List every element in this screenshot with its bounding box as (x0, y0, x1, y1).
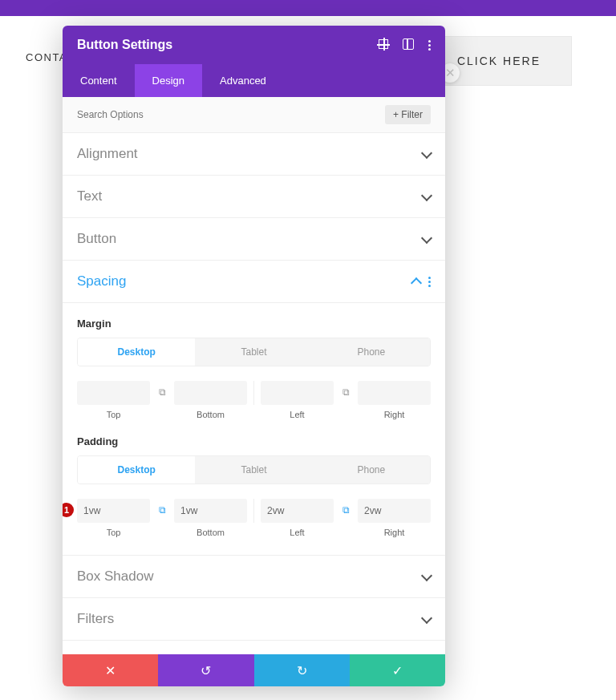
chevron-down-icon (421, 569, 432, 581)
section-title: Filters (77, 611, 114, 627)
dir-label-bottom: Bottom (174, 410, 247, 419)
snap-window-icon[interactable] (403, 38, 414, 52)
device-tab-phone[interactable]: Phone (313, 338, 430, 366)
undo-button[interactable]: ↺ (158, 654, 253, 686)
section-box-shadow[interactable]: Box Shadow (63, 556, 445, 598)
tab-content[interactable]: Content (63, 64, 135, 97)
margin-values: Top ⧉ Bottom Left ⧉ (77, 381, 431, 419)
section-alignment[interactable]: Alignment (63, 133, 445, 176)
section-transform[interactable]: Transform (63, 641, 445, 654)
chevron-down-icon (421, 189, 432, 200)
padding-right-input[interactable] (358, 499, 431, 523)
dir-label-right: Right (358, 410, 431, 419)
step-badge: 1 (63, 503, 74, 517)
search-row: + Filter (63, 97, 445, 133)
chevron-up-icon (411, 277, 422, 288)
device-tab-desktop[interactable]: Desktop (78, 338, 195, 366)
redo-button[interactable]: ↻ (254, 654, 350, 686)
section-title: Spacing (77, 273, 126, 289)
section-button[interactable]: Button (63, 218, 445, 261)
link-icon[interactable]: ⧉ (338, 499, 353, 516)
dir-label-left: Left (261, 410, 334, 419)
device-tab-desktop[interactable]: Desktop (78, 456, 195, 484)
margin-device-tabs: Desktop Tablet Phone (77, 338, 431, 366)
search-input[interactable] (77, 109, 385, 120)
chevron-down-icon (421, 612, 432, 623)
dir-label-top: Top (77, 410, 150, 419)
section-more-icon[interactable] (428, 277, 431, 287)
section-text[interactable]: Text (63, 176, 445, 218)
divider (253, 381, 254, 405)
link-icon[interactable]: ⧉ (155, 499, 169, 516)
section-title: Button (77, 231, 116, 247)
dir-label-left: Left (261, 528, 334, 537)
app-top-bar (0, 0, 616, 16)
divider (253, 499, 254, 523)
modal-tabs: Content Design Advanced (63, 64, 445, 97)
save-button[interactable]: ✓ (350, 654, 445, 686)
section-title: Alignment (77, 146, 138, 162)
padding-top-input[interactable] (77, 499, 150, 523)
chevron-down-icon (421, 147, 432, 158)
margin-left-input[interactable] (261, 381, 334, 405)
padding-bottom-input[interactable] (174, 499, 247, 523)
cancel-button[interactable]: ✕ (63, 654, 158, 686)
margin-label: Margin (77, 318, 431, 330)
padding-label: Padding (77, 435, 431, 447)
margin-right-input[interactable] (358, 381, 431, 405)
modal-footer: ✕ ↺ ↻ ✓ (63, 654, 445, 686)
header-more-icon[interactable] (428, 40, 431, 51)
chevron-down-icon (421, 232, 432, 243)
modal-title: Button Settings (77, 38, 172, 52)
section-filters[interactable]: Filters (63, 598, 445, 641)
modal-body: + Filter Alignment Text Button Spacing M… (63, 97, 445, 654)
padding-left-input[interactable] (261, 499, 334, 523)
bg-text-left: CONTA (26, 51, 67, 63)
dir-label-bottom: Bottom (174, 528, 247, 537)
section-spacing-header[interactable]: Spacing (63, 261, 445, 303)
device-tab-tablet[interactable]: Tablet (195, 456, 312, 484)
tab-advanced[interactable]: Advanced (202, 64, 284, 97)
section-title: Box Shadow (77, 568, 153, 585)
spacing-panel: Margin Desktop Tablet Phone Top ⧉ Bottom (63, 303, 445, 556)
margin-top-input[interactable] (77, 381, 150, 405)
modal-header: Button Settings (63, 26, 445, 64)
tab-design[interactable]: Design (135, 64, 202, 97)
section-title: Text (77, 188, 102, 204)
margin-bottom-input[interactable] (174, 381, 247, 405)
expand-icon[interactable] (379, 38, 388, 51)
filter-button[interactable]: + Filter (385, 105, 431, 124)
padding-device-tabs: Desktop Tablet Phone (77, 455, 431, 484)
dir-label-right: Right (358, 528, 431, 537)
device-tab-phone[interactable]: Phone (313, 456, 430, 484)
button-settings-modal: Button Settings Content Design Advanced … (63, 26, 445, 686)
link-icon[interactable]: ⧉ (155, 381, 169, 398)
dir-label-top: Top (77, 528, 150, 537)
link-icon[interactable]: ⧉ (338, 381, 353, 398)
padding-values: 1 Top ⧉ Bottom Left (77, 499, 431, 537)
device-tab-tablet[interactable]: Tablet (195, 338, 312, 366)
